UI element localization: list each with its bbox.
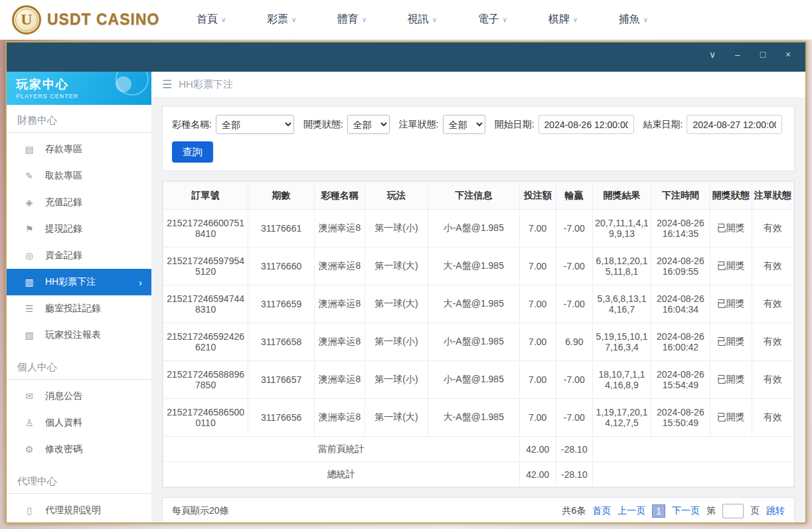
draw-status-select[interactable]: 全部	[347, 115, 390, 134]
sidebar-item-hh-lottery-bet[interactable]: ▥ HH彩票下注 ›	[7, 269, 151, 295]
cell-order-no: 2152172465924266210	[163, 323, 248, 361]
sidebar-section-items: ✉ 消息公告 ♙ 個人資料 ⚙ 修改密碼	[7, 380, 151, 466]
order-status-select[interactable]: 全部	[443, 115, 485, 134]
bets-table: 訂單號 期數 彩種名稱 玩法 下注信息 投注額 輸贏 開獎結果 下注時間 開獎狀…	[163, 181, 794, 487]
goto-jump-link[interactable]: 跳转	[766, 505, 785, 517]
topnav-item-label: 首頁	[197, 13, 218, 27]
cell-play: 第一球(小)	[365, 323, 428, 361]
topnav-item[interactable]: 首頁 ∨	[197, 13, 226, 27]
sidebar-item-label: 廳室投註記錄	[45, 303, 101, 315]
sidebar-section-items: ▤ 存款專區 ✎ 取款專區 ◈ 充值記錄 ⚑ 提現記錄 ◎ 資金記錄 ▥ HH彩…	[7, 133, 151, 352]
cell-result: 6,18,12,20,15,11,8,1	[592, 248, 651, 285]
cell-time: 2024-08-26 16:00:42	[651, 323, 710, 361]
cell-winloss: -7.00	[556, 399, 592, 437]
cell-play: 第一球(大)	[365, 285, 428, 323]
sidebar-item-icon: ▯	[24, 505, 35, 516]
sidebar-section-label: 代理中心	[7, 466, 151, 494]
menu-toggle-icon[interactable]: ☰	[162, 78, 172, 92]
chevron-down-icon: ∨	[432, 16, 437, 23]
window-titlebar: ∨ – □ ×	[7, 42, 805, 66]
sidebar-item-player-bet-report[interactable]: ▧ 玩家投注報表	[7, 322, 151, 348]
breadcrumb: ☰ HH彩票下注	[151, 72, 805, 97]
sidebar-item-room-bet-record[interactable]: ☰ 廳室投註記錄	[7, 295, 151, 322]
cell-bet-info: 大-A盤@1.985	[428, 399, 519, 437]
cell-order-no: 2152172466007518410	[163, 210, 248, 248]
topnav-item-label: 棋牌	[548, 13, 570, 27]
sidebar-item-recharge-record[interactable]: ◈ 充值記錄	[7, 189, 151, 216]
topnav-item[interactable]: 彩票 ∨	[267, 13, 296, 27]
sidebar-item-icon: ⚙	[24, 444, 35, 455]
sidebar-section: 代理中心 ▯ 代理規則說明	[7, 466, 151, 522]
maximize-icon[interactable]: □	[758, 50, 768, 59]
sidebar-section: 個人中心 ✉ 消息公告 ♙ 個人資料 ⚙ 修改密碼	[7, 352, 151, 466]
cell-order-no: 2152172465979545120	[163, 248, 248, 285]
collapse-icon[interactable]: ∨	[707, 50, 718, 59]
cell-amount: 7.00	[519, 285, 556, 323]
topnav-items: 首頁 ∨ 彩票 ∨ 體育 ∨ 視訊 ∨ 電子 ∨ 棋牌 ∨ 捕魚 ∨	[197, 13, 648, 27]
topnav-item[interactable]: 體育 ∨	[337, 13, 366, 27]
table-row: 2152172465865000110 31176656 澳洲幸运8 第一球(大…	[163, 399, 794, 437]
sidebar-item-profile[interactable]: ♙ 個人資料	[7, 410, 151, 436]
col-play: 玩法	[365, 182, 428, 210]
col-bet-info: 下注信息	[428, 182, 519, 210]
sidebar-item-icon: ☰	[24, 303, 35, 314]
first-page-link[interactable]: 首页	[592, 505, 611, 517]
chevron-down-icon: ∨	[503, 16, 507, 23]
cell-order-status: 有效	[752, 323, 793, 361]
table-row: 2152172465888967850 31176657 澳洲幸运8 第一球(小…	[163, 361, 794, 399]
table-header-row: 訂單號 期數 彩種名稱 玩法 下注信息 投注額 輸贏 開獎結果 下注時間 開獎狀…	[163, 182, 794, 210]
cell-bet-info: 大-A盤@1.985	[428, 285, 519, 323]
sidebar-item-withdraw[interactable]: ✎ 取款專區	[7, 163, 151, 189]
sidebar-item-icon: ✉	[24, 391, 35, 402]
next-page-link[interactable]: 下一页	[672, 505, 700, 517]
topnav-item[interactable]: 棋牌 ∨	[548, 13, 578, 27]
col-lottery: 彩種名稱	[314, 182, 365, 210]
logo-letter: U	[21, 11, 32, 29]
cell-lottery: 澳洲幸运8	[314, 399, 365, 437]
sidebar-item-label: 充值記錄	[45, 196, 82, 208]
sidebar-item-agent-rules[interactable]: ▯ 代理規則說明	[7, 497, 151, 522]
col-order-status: 注單狀態	[752, 182, 793, 210]
sidebar-item-icon: ◎	[24, 250, 35, 261]
cell-draw-status: 已開獎	[710, 248, 752, 285]
lottery-select[interactable]: 全部	[216, 115, 294, 134]
sidebar-item-label: 取款專區	[45, 170, 82, 182]
cell-lottery: 澳洲幸运8	[314, 361, 365, 399]
sidebar-item-withdrawal-record[interactable]: ⚑ 提現記錄	[7, 216, 151, 242]
cell-winloss: -7.00	[556, 361, 592, 399]
grand-total-row: 總統計 42.00 -28.10	[163, 462, 794, 487]
end-date-input[interactable]	[687, 115, 782, 134]
sidebar-item-funds-record[interactable]: ◎ 資金記錄	[7, 242, 151, 269]
chevron-right-icon: ›	[139, 277, 142, 288]
sidebar-item-announcements[interactable]: ✉ 消息公告	[7, 383, 151, 410]
cell-order-status: 有效	[752, 285, 793, 323]
minimize-icon[interactable]: –	[732, 50, 743, 59]
sidebar-item-label: 資金記錄	[45, 250, 82, 262]
sidebar-item-change-password[interactable]: ⚙ 修改密碼	[7, 436, 151, 463]
topnav-item[interactable]: 電子 ∨	[478, 13, 507, 27]
current-page-badge[interactable]: 1	[652, 504, 665, 518]
start-date-input[interactable]	[538, 115, 634, 134]
site-topbar: U USDT CASINO 首頁 ∨ 彩票 ∨ 體育 ∨ 視訊 ∨ 電子 ∨ 棋…	[0, 0, 812, 40]
close-icon[interactable]: ×	[783, 50, 793, 59]
topnav-item[interactable]: 視訊 ∨	[408, 13, 437, 27]
search-button[interactable]: 查詢	[172, 141, 213, 163]
grand-total-winloss: -28.10	[556, 462, 592, 487]
cell-draw-status: 已開獎	[710, 210, 752, 248]
sidebar-item-label: 存款專區	[45, 143, 82, 155]
chevron-down-icon: ∨	[291, 16, 296, 23]
draw-status-filter-label: 開獎狀態:	[303, 119, 343, 131]
topnav-item[interactable]: 捕魚 ∨	[619, 13, 648, 27]
cell-period: 31176661	[248, 210, 315, 248]
cell-period: 31176658	[248, 323, 315, 361]
sidebar-item-deposit[interactable]: ▤ 存款專區	[7, 136, 151, 163]
cell-order-status: 有效	[752, 361, 793, 399]
goto-page-input[interactable]	[722, 504, 744, 518]
total-count-text: 共6条	[562, 505, 586, 517]
table-footer: 每頁顯示20條 共6条 首页 上一页 1 下一页 第 页 跳转	[162, 497, 795, 522]
prev-page-link[interactable]: 上一页	[617, 505, 645, 517]
cell-play: 第一球(大)	[365, 399, 428, 437]
cell-amount: 7.00	[519, 210, 556, 248]
cell-time: 2024-08-26 15:54:49	[651, 361, 710, 399]
col-winloss: 輸贏	[556, 182, 592, 210]
